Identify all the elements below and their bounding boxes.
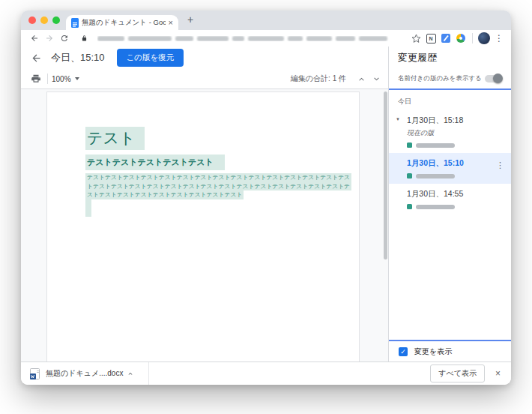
forward-icon[interactable] — [42, 34, 57, 43]
highlighted-empty-line — [85, 200, 91, 217]
extension-icon-2[interactable] — [438, 34, 453, 43]
doc-body-line: トテストテストテストテストテストテストテストテストテストテストテストテストテスト… — [85, 182, 351, 191]
redacted-url-segment — [197, 36, 229, 41]
redacted-url-segment — [359, 36, 387, 41]
redacted-author-name — [416, 143, 455, 148]
toggle-knob — [493, 74, 503, 83]
version-item-selected[interactable]: 1月30日、15:10 ⋮ — [389, 153, 511, 184]
browser-toolbar: N ⋮ — [21, 30, 511, 46]
next-edit-icon[interactable] — [369, 75, 384, 83]
extension-icon-3[interactable] — [453, 34, 468, 43]
desktop-background: 無題のドキュメント - Google ド × + — [0, 0, 532, 414]
download-filename[interactable]: 無題のドキュメ....docx — [46, 368, 123, 379]
collapse-triangle-icon[interactable]: ▼ — [396, 117, 400, 122]
restore-version-button[interactable]: この版を復元 — [117, 49, 184, 67]
version-options-icon[interactable]: ⋮ — [496, 161, 504, 170]
redacted-url-segment — [336, 36, 355, 41]
doc-body-text: テストテストテストテストテストテストテストテストテストテストテストテストテストテ… — [85, 173, 351, 217]
zoom-select[interactable]: 100% — [52, 75, 79, 83]
version-timestamp: 1月30日、15:10 — [407, 158, 504, 169]
redacted-author-name — [416, 174, 455, 178]
version-item-current[interactable]: ▼ 1月30日、15:18 現在の版 — [389, 110, 511, 153]
doc-title-text: テスト — [85, 127, 145, 150]
google-docs-favicon-icon — [71, 18, 79, 28]
author-row — [407, 173, 504, 178]
download-shelf: 無題のドキュメ....docx すべて表示 × — [21, 362, 511, 385]
redacted-url-segment — [248, 36, 284, 41]
version-title: 今日、15:10 — [51, 51, 105, 64]
edits-summary: 編集の合計: 1 件 — [291, 74, 346, 84]
macos-minimize-button[interactable] — [40, 16, 48, 24]
zoom-value: 100% — [52, 75, 71, 83]
author-row — [407, 204, 504, 209]
named-versions-toggle-row: 名前付きの版のみを表示する — [389, 69, 511, 88]
show-changes-checkbox[interactable]: ✓ — [399, 347, 408, 356]
chevron-down-icon — [75, 77, 79, 80]
https-lock-icon[interactable] — [76, 34, 91, 42]
redacted-url-segment — [175, 36, 193, 41]
author-color-swatch — [407, 204, 412, 209]
profile-avatar[interactable] — [477, 32, 492, 44]
browser-tab[interactable]: 無題のドキュメント - Google ド × — [66, 15, 178, 30]
tab-close-icon[interactable]: × — [169, 19, 173, 27]
author-color-swatch — [407, 142, 412, 148]
redacted-url-segment — [128, 36, 172, 41]
redacted-url-segment — [232, 36, 244, 41]
doc-body-line: テストテストテストテストテストテストテストテストテストテストテストテストテストテ… — [85, 173, 351, 182]
extension-icon-1[interactable]: N — [423, 34, 438, 44]
redacted-url-segment — [97, 36, 124, 41]
version-history-panel: 変更履歴 名前付きの版のみを表示する 今日 ▼ 1月30日、15:18 現在の版 — [388, 46, 511, 362]
document-scrollbar[interactable] — [384, 92, 387, 260]
document-canvas: テスト テストテストテストテストテスト テストテストテストテストテストテストテス… — [21, 88, 388, 362]
tab-strip: 無題のドキュメント - Google ド × + — [21, 10, 511, 30]
tab-title: 無題のドキュメント - Google ド — [82, 18, 166, 28]
download-menu-chevron-icon[interactable] — [123, 370, 138, 377]
back-to-document-icon[interactable] — [28, 52, 43, 64]
document-page[interactable]: テスト テストテストテストテストテスト テストテストテストテストテストテストテス… — [46, 92, 360, 362]
toggle-label: 名前付きの版のみを表示する — [398, 74, 482, 83]
current-version-note: 現在の版 — [407, 128, 504, 138]
show-changes-label: 変更を表示 — [414, 346, 452, 357]
version-timestamp: 1月30日、15:18 — [407, 116, 504, 126]
macos-zoom-button[interactable] — [52, 16, 60, 24]
docx-file-icon — [30, 368, 40, 380]
doc-body-line: ストテストテストテストテストテストテストテストテスト — [85, 190, 244, 200]
document-toolbar: 100% 編集の合計: 1 件 — [21, 69, 388, 88]
bookmark-star-icon[interactable] — [408, 34, 423, 44]
print-icon[interactable] — [28, 74, 43, 84]
download-divider — [148, 362, 149, 385]
previous-edit-icon[interactable] — [354, 75, 369, 83]
redacted-url-segment — [306, 36, 332, 41]
author-color-swatch — [407, 173, 412, 178]
close-download-shelf-icon[interactable]: × — [495, 369, 501, 378]
author-row — [407, 142, 504, 148]
toolbar-divider — [472, 33, 473, 44]
show-all-downloads-button[interactable]: すべて表示 — [430, 364, 485, 382]
show-changes-row: ✓ 変更を表示 — [389, 341, 511, 362]
version-timestamp: 1月30日、14:55 — [407, 189, 504, 200]
back-icon[interactable] — [27, 34, 42, 43]
browser-window: 無題のドキュメント - Google ド × + — [21, 10, 511, 385]
doc-heading-text: テストテストテストテストテスト — [85, 154, 225, 170]
chrome-menu-icon[interactable]: ⋮ — [492, 34, 507, 43]
redacted-url-segment — [288, 36, 303, 41]
panel-title: 変更履歴 — [389, 46, 511, 69]
redacted-author-name — [416, 205, 455, 209]
version-list: 今日 ▼ 1月30日、15:18 現在の版 1月30日、15:10 — [389, 90, 511, 340]
date-group-label: 今日 — [389, 90, 511, 110]
new-tab-button[interactable]: + — [187, 14, 193, 26]
named-versions-toggle[interactable] — [485, 75, 502, 82]
macos-close-button[interactable] — [28, 16, 36, 24]
reload-icon[interactable] — [57, 34, 72, 43]
document-content: テスト テストテストテストテストテスト テストテストテストテストテストテストテス… — [85, 127, 351, 217]
toolbar-divider — [47, 74, 48, 84]
version-item[interactable]: 1月30日、14:55 — [389, 184, 511, 214]
version-header: 今日、15:10 この版を復元 — [21, 46, 388, 69]
address-bar[interactable] — [97, 36, 402, 41]
